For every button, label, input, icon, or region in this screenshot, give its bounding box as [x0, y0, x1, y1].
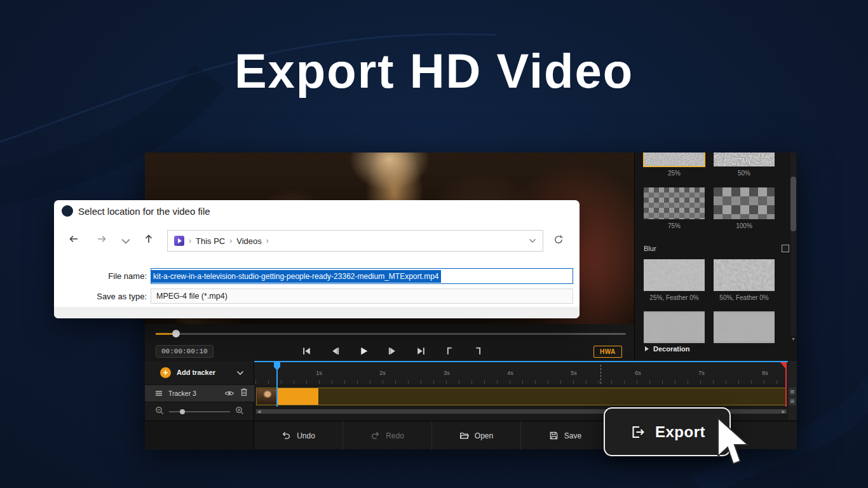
hwa-badge[interactable]: HWA	[593, 346, 622, 358]
play-button[interactable]	[358, 346, 369, 356]
clip-active-segment[interactable]	[278, 388, 318, 405]
up-arrow-icon[interactable]	[143, 233, 154, 245]
history-chevron-icon[interactable]	[120, 236, 132, 247]
chevron-right-icon	[645, 346, 649, 351]
seek-track[interactable]	[156, 333, 626, 335]
blur-50-thumbnail[interactable]	[714, 259, 775, 291]
ruler-tick: 5s	[571, 370, 577, 376]
transport-row: 00:00:00:10	[145, 343, 634, 361]
file-name-input[interactable]: kit-a-crew-in-a-television-studio-gettin…	[151, 268, 573, 284]
address-dropdown-chevron-icon[interactable]	[529, 238, 536, 243]
zoom-in-icon[interactable]	[235, 406, 244, 417]
undo-button[interactable]: Undo	[254, 421, 343, 450]
skip-end-button[interactable]	[416, 346, 426, 356]
mosaic-100-thumbnail[interactable]	[714, 187, 775, 219]
blur-25-thumbnail[interactable]	[644, 259, 705, 291]
blur-section-header: Blur	[644, 243, 789, 254]
step-back-button[interactable]	[330, 346, 341, 356]
dialog-navigation-row: › This PC › Videos ›	[54, 228, 580, 254]
skip-start-button[interactable]	[301, 346, 312, 356]
file-name-label: File name:	[54, 271, 151, 281]
save-location-dialog: Select location for the video file › Thi…	[54, 200, 580, 318]
add-tracker-button[interactable]: Add tracker	[145, 363, 254, 382]
export-button[interactable]: Export	[604, 407, 731, 456]
mosaic-25-thumbnail[interactable]	[644, 152, 705, 166]
save-button[interactable]: Save	[521, 421, 610, 450]
effects-panel: 25% 50% 75% 100% Blur	[634, 152, 797, 361]
tracker-row-header[interactable]: Tracker 3	[145, 384, 254, 402]
end-marker-line[interactable]	[785, 362, 787, 407]
visibility-eye-icon[interactable]	[224, 388, 234, 399]
tracker-clip-lane[interactable]	[256, 388, 787, 405]
decoration-section-header[interactable]: Decoration	[645, 345, 689, 353]
breadcrumb-videos[interactable]: Videos	[236, 236, 262, 246]
ruler-minor-ticks	[255, 381, 788, 384]
mosaic-effect-50[interactable]: 50%	[714, 152, 775, 177]
save-as-type-label: Save as type:	[54, 292, 151, 301]
track-options-button-2[interactable]	[789, 397, 796, 405]
breadcrumb-this-pc[interactable]: This PC	[196, 236, 225, 246]
dialog-footer	[54, 307, 580, 318]
seek-handle[interactable]	[172, 330, 180, 337]
clip-thumbnail	[257, 389, 278, 404]
save-as-type-select[interactable]: MPEG-4 file (*.mp4)	[151, 288, 573, 304]
ruler-dashed-marker	[600, 365, 601, 384]
blur-checkbox[interactable]	[782, 245, 789, 252]
open-button[interactable]: Open	[432, 421, 521, 450]
mosaic-effect-25[interactable]: 25%	[644, 152, 705, 177]
effect-label: 50%, Feather 0%	[714, 294, 775, 301]
chevron-down-icon[interactable]	[236, 367, 244, 378]
effects-scrollbar-thumb[interactable]	[790, 177, 796, 231]
open-label: Open	[475, 431, 493, 440]
zoom-slider-handle[interactable]	[180, 409, 185, 414]
effects-scrollbar[interactable]	[790, 152, 796, 336]
blur-heavy-thumbnail[interactable]	[714, 311, 775, 343]
tracker-name: Tracker 3	[168, 390, 219, 397]
blur-section-title: Blur	[644, 245, 782, 252]
back-arrow-icon[interactable]	[68, 233, 79, 245]
end-marker-flag	[780, 362, 785, 369]
open-folder-icon	[459, 431, 469, 440]
blur-effect-extra-1[interactable]	[644, 311, 705, 343]
save-as-type-value: MPEG-4 file (*.mp4)	[156, 292, 227, 301]
refresh-icon[interactable]	[553, 234, 564, 245]
blur-effect-extra-2[interactable]	[714, 311, 775, 343]
scrollbar-down-arrow-icon[interactable]: ▾	[790, 337, 796, 342]
playhead-line	[276, 362, 278, 407]
blur-heavy-thumbnail[interactable]	[644, 311, 705, 343]
zoom-slider[interactable]	[169, 411, 230, 412]
toolbar-buttons: Undo Redo Open Save	[254, 421, 610, 450]
mark-out-button[interactable]	[473, 346, 484, 356]
track-options-button[interactable]	[789, 388, 796, 396]
scroll-right-arrow-icon[interactable]: ▶	[782, 409, 785, 414]
save-as-type-row: Save as type: MPEG-4 file (*.mp4)	[54, 288, 580, 304]
ruler-tick: 2s	[379, 370, 386, 376]
address-bar[interactable]: › This PC › Videos ›	[167, 230, 543, 252]
dialog-title-row: Select location for the video file	[62, 205, 210, 217]
scroll-left-arrow-icon[interactable]: ◀	[257, 409, 261, 414]
step-forward-button[interactable]	[387, 346, 398, 356]
mosaic-50-thumbnail[interactable]	[714, 152, 775, 166]
redo-label: Redo	[386, 431, 404, 440]
undo-label: Undo	[297, 431, 315, 440]
timeline-ruler[interactable]: 1s 2s 3s 4s 5s 6s 7s 8s	[254, 361, 788, 384]
toolbar-left-pad	[145, 421, 254, 450]
decoration-section-title: Decoration	[653, 345, 689, 353]
blur-effect-25[interactable]: 25%, Feather 0%	[644, 259, 705, 301]
forward-arrow-icon[interactable]	[96, 233, 107, 245]
export-icon	[629, 424, 646, 440]
mosaic-75-thumbnail[interactable]	[644, 187, 705, 219]
zoom-out-icon[interactable]	[155, 406, 164, 417]
mosaic-effect-100[interactable]: 100%	[714, 187, 775, 229]
delete-trash-icon[interactable]	[240, 388, 248, 399]
blur-effect-50[interactable]: 50%, Feather 0%	[714, 259, 775, 301]
add-tracker-label: Add tracker	[177, 369, 236, 376]
redo-button[interactable]: Redo	[343, 421, 432, 450]
mosaic-effect-75[interactable]: 75%	[644, 187, 705, 229]
effect-label: 25%	[644, 170, 705, 177]
mark-in-button[interactable]	[444, 346, 455, 356]
drag-handle-icon[interactable]	[155, 388, 163, 399]
ruler-tick: 4s	[507, 370, 513, 376]
dialog-app-icon	[62, 205, 73, 217]
timeline-zoom-controls	[145, 404, 254, 419]
